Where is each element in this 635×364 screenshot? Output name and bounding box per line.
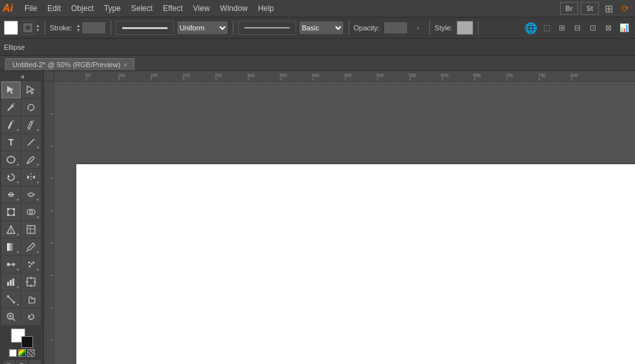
sync-icon[interactable]: ⟳	[618, 1, 632, 16]
paintbrush-tool-btn[interactable]: ▾	[21, 151, 41, 168]
menu-object[interactable]: Object	[66, 2, 99, 15]
menu-effect[interactable]: Effect	[158, 2, 188, 15]
shape-builder-tool-btn[interactable]: ▾	[21, 204, 41, 220]
svg-text:200: 200	[182, 73, 190, 78]
sidebar-collapse-icon[interactable]: ◀	[1, 74, 42, 80]
magic-wand-tool-btn[interactable]	[1, 99, 21, 116]
menu-window[interactable]: Window	[215, 2, 253, 15]
svg-text:400: 400	[312, 73, 319, 78]
tool-row-8: ▾	[1, 204, 42, 220]
fill-swatch[interactable]	[4, 21, 18, 35]
stroke-style-preview[interactable]	[116, 21, 174, 35]
main-layout: ◀ ▾ ▾	[0, 71, 635, 364]
stroke-type-down[interactable]: ▼	[36, 28, 40, 32]
menu-bar: Ai File Edit Object Type Select Effect V…	[0, 0, 635, 17]
symbol-sprayer-tool-btn[interactable]: ▾	[21, 256, 41, 273]
svg-point-35	[29, 266, 31, 268]
opacity-more-icon[interactable]: ›	[411, 21, 425, 35]
direct-selection-tool-btn[interactable]	[21, 81, 41, 98]
column-graph-tool-btn[interactable]: ▾	[1, 273, 21, 290]
rotate-tool-btn[interactable]: ▾	[1, 169, 21, 186]
arrange-icon2[interactable]: ⊞	[555, 21, 569, 35]
gradient-tool-btn[interactable]: ▾	[1, 239, 21, 255]
menu-view[interactable]: View	[188, 2, 215, 15]
bridge-icon[interactable]: Br	[560, 2, 578, 15]
stroke-line-display	[122, 27, 167, 29]
menu-type[interactable]: Type	[99, 2, 126, 15]
artboard-tool-btn[interactable]	[21, 273, 41, 290]
pen-tool-btn[interactable]: ▾	[1, 116, 21, 133]
perspective-grid-tool-btn[interactable]: ▾	[1, 221, 21, 238]
full-screen-menu-btn[interactable]: ◼	[16, 360, 28, 364]
warp-tool-btn[interactable]: ▾	[21, 186, 41, 203]
svg-line-5	[11, 121, 14, 122]
chart-icon[interactable]: 📊	[617, 21, 631, 35]
free-transform-tool-btn[interactable]	[1, 204, 21, 220]
app-logo: Ai	[3, 3, 13, 14]
normal-screen-mode-btn[interactable]: ◻	[3, 360, 15, 364]
stroke-type-up[interactable]: ▲	[36, 23, 40, 28]
document-tab[interactable]: Untitled-2* @ 50% (RGB/Preview) ×	[5, 58, 135, 70]
canvas-area[interactable]: 50 100 150 200 250 300 350 400 450 500	[44, 71, 635, 364]
reflect-tool-btn[interactable]: ▾	[21, 169, 41, 186]
rotate-view-tool-btn[interactable]	[21, 308, 41, 325]
tool-row-12: ▾	[1, 273, 42, 290]
fill-none-icon[interactable]	[9, 349, 17, 357]
brush-style-preview[interactable]	[238, 21, 296, 35]
svg-text:150: 150	[150, 73, 158, 78]
svg-rect-19	[13, 214, 15, 216]
tool-row-6: ▾ ▾	[1, 169, 42, 186]
stroke-color-box[interactable]	[21, 336, 33, 348]
blend-tool-btn[interactable]: ▾	[1, 256, 21, 273]
sep5	[429, 21, 430, 35]
type-tool-btn[interactable]: T	[1, 134, 21, 151]
tab-close-button[interactable]: ×	[124, 61, 127, 69]
opacity-input[interactable]: 100%	[383, 21, 408, 34]
mesh-tool-btn[interactable]	[21, 221, 41, 238]
screen-mode-buttons: ◻ ◼ ◾	[1, 360, 42, 364]
workspace-icon[interactable]: ⊞	[601, 1, 616, 16]
stroke-value-input[interactable]: 16 pt	[81, 21, 106, 34]
none-icon[interactable]	[27, 349, 35, 357]
menu-help[interactable]: Help	[253, 2, 279, 15]
eyedropper-tool-btn[interactable]: ▾	[21, 239, 41, 255]
zoom-tool-btn[interactable]	[1, 308, 21, 325]
transform-icon[interactable]: ⊠	[601, 21, 616, 35]
brush-select[interactable]: Basic	[299, 21, 344, 35]
full-screen-btn[interactable]: ◾	[29, 360, 41, 364]
svg-text:500: 500	[376, 73, 384, 78]
align-icon2[interactable]: ⊡	[586, 21, 600, 35]
tool-row-1	[1, 81, 42, 98]
gradient-icon[interactable]	[18, 349, 26, 357]
lasso-tool-btn[interactable]	[21, 99, 41, 116]
menu-select[interactable]: Select	[126, 2, 158, 15]
color-swatches	[1, 328, 42, 357]
arrange-icon1[interactable]: ⬚	[539, 21, 554, 35]
horizontal-ruler: 50 100 150 200 250 300 350 400 450 500	[54, 71, 635, 81]
tool-row-13: ▾	[1, 291, 42, 308]
width-tool-btn[interactable]: ▾	[1, 186, 21, 203]
anchor-point-tool-btn[interactable]: ▾	[21, 116, 41, 133]
tool-row-4: T ▾	[1, 134, 42, 151]
slice-tool-btn[interactable]: ▾	[1, 291, 21, 308]
stroke-type-icon[interactable]	[21, 21, 35, 35]
tool-row-11: ▾ ▾	[1, 256, 42, 273]
menu-file[interactable]: File	[19, 2, 42, 15]
hand-tool-btn[interactable]	[21, 291, 41, 308]
stroke-up-arrow[interactable]: ▲	[76, 23, 81, 28]
align-icon1[interactable]: ⊟	[570, 21, 585, 35]
style-swatch[interactable]	[457, 21, 473, 35]
line-tool-btn[interactable]: ▾	[21, 134, 41, 151]
stroke-down-arrow[interactable]: ▼	[76, 28, 81, 32]
menu-edit[interactable]: Edit	[42, 2, 66, 15]
main-toolbar: ▲ ▼ Stroke: ▲ ▼ 16 pt Uniform Basic Opac…	[0, 17, 635, 39]
fill-stroke-swatches[interactable]	[11, 328, 33, 348]
selection-tool-btn[interactable]	[1, 81, 21, 98]
tool-row-3: ▾ ▾	[1, 116, 42, 133]
stock-icon[interactable]: St	[581, 2, 599, 15]
stroke-profile-select[interactable]: Uniform	[177, 21, 228, 35]
svg-text:700: 700	[506, 73, 513, 78]
ellipse-tool-btn[interactable]: ▾	[1, 151, 21, 168]
svg-line-29	[27, 250, 28, 252]
globe-icon[interactable]: 🌐	[524, 21, 538, 35]
